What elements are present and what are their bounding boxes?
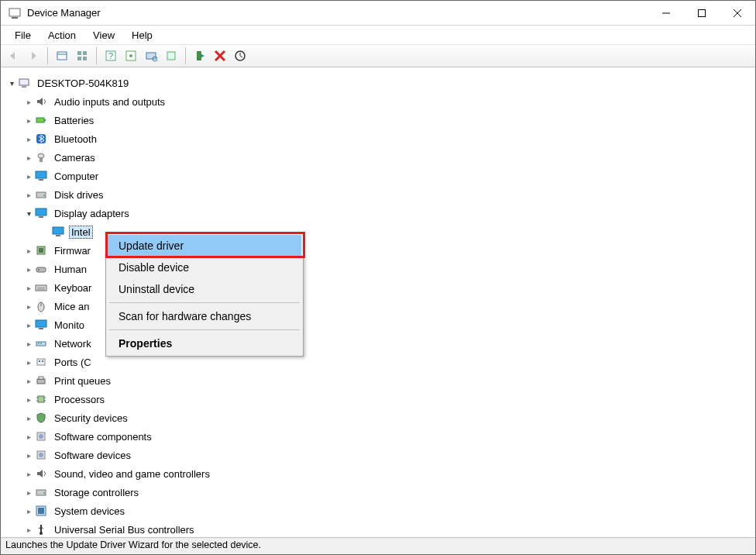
- add-legacy-button[interactable]: [191, 47, 209, 65]
- tree-category-batt[interactable]: Batteries: [2, 111, 754, 129]
- context-menu-disable[interactable]: Disable device: [108, 257, 301, 278]
- expand-caret[interactable]: [23, 433, 34, 441]
- tree-label: Display adapters: [53, 208, 131, 219]
- tree-category-sec[interactable]: Security devices: [2, 408, 754, 427]
- svg-rect-69: [38, 508, 44, 514]
- context-menu-props[interactable]: Properties: [108, 333, 301, 354]
- tree-category-audio[interactable]: Audio inputs and outputs: [2, 92, 754, 111]
- svg-rect-52: [37, 359, 45, 365]
- expand-caret[interactable]: [23, 265, 34, 274]
- tree-label: Human: [53, 264, 88, 275]
- bluetooth-icon: [34, 132, 48, 146]
- menu-view[interactable]: View: [85, 28, 122, 43]
- system-icon: [34, 504, 48, 518]
- properties-button[interactable]: [122, 47, 140, 65]
- expand-caret[interactable]: [23, 451, 34, 460]
- statusbar: Launches the Update Driver Wizard for th…: [1, 537, 755, 554]
- context-menu-scan[interactable]: Scan for hardware changes: [108, 305, 301, 327]
- tree-category-stor[interactable]: Storage controllers: [2, 483, 754, 502]
- disable-button[interactable]: [231, 47, 249, 65]
- svg-rect-9: [83, 51, 87, 55]
- tree-label: System devices: [53, 505, 126, 517]
- help-button[interactable]: ?: [101, 47, 120, 65]
- tree-label: Ports (C: [53, 357, 93, 368]
- expand-caret[interactable]: [23, 526, 34, 534]
- expand-caret[interactable]: [23, 98, 34, 106]
- tree-category-bt[interactable]: Bluetooth: [2, 129, 754, 148]
- tree-category-sound[interactable]: Sound, video and game controllers: [2, 464, 754, 483]
- svg-rect-56: [39, 377, 43, 379]
- expand-caret[interactable]: [23, 191, 34, 199]
- svg-rect-30: [36, 171, 46, 178]
- cpu-icon: [34, 392, 48, 406]
- expand-caret[interactable]: [23, 153, 34, 162]
- svg-rect-24: [22, 86, 26, 88]
- svg-rect-25: [36, 118, 44, 122]
- show-hidden-button[interactable]: [53, 47, 71, 65]
- expand-caret[interactable]: [23, 470, 34, 478]
- mouse-icon: [34, 299, 48, 313]
- camera-icon: [34, 150, 48, 164]
- svg-rect-47: [36, 320, 46, 327]
- tree-category-cpu[interactable]: Processors: [2, 390, 754, 408]
- forward-button[interactable]: [24, 47, 43, 65]
- svg-rect-3: [699, 9, 706, 16]
- expand-caret[interactable]: [23, 340, 34, 348]
- svg-point-50: [38, 343, 40, 344]
- app-icon: [9, 7, 21, 19]
- tree-category-disp[interactable]: Display adapters: [2, 204, 754, 222]
- speaker-icon: [34, 467, 48, 481]
- svg-rect-19: [197, 51, 201, 60]
- expand-caret[interactable]: [23, 116, 34, 125]
- tree-category-swc[interactable]: Software components: [2, 427, 754, 446]
- expand-caret[interactable]: [23, 414, 34, 422]
- tree-category-printq[interactable]: Print queues: [2, 371, 754, 390]
- tree-label: Software devices: [53, 450, 132, 461]
- tree-category-disk[interactable]: Disk drives: [2, 185, 754, 204]
- expand-caret[interactable]: [23, 135, 34, 143]
- tree-label: Mice an: [53, 301, 91, 312]
- expand-caret[interactable]: [23, 395, 34, 404]
- menu-action[interactable]: Action: [40, 28, 84, 43]
- expand-caret[interactable]: [23, 358, 34, 367]
- component-icon: [34, 448, 48, 462]
- expand-caret[interactable]: [23, 507, 34, 515]
- expand-caret[interactable]: [23, 488, 34, 497]
- tree-label: Bluetooth: [53, 133, 98, 145]
- back-button[interactable]: [4, 47, 22, 65]
- menu-help[interactable]: Help: [124, 28, 160, 43]
- minimize-button[interactable]: [648, 1, 684, 25]
- hid-icon: [34, 262, 48, 276]
- expand-caret[interactable]: [23, 302, 34, 311]
- menu-file[interactable]: File: [7, 28, 39, 43]
- svg-point-41: [38, 269, 40, 271]
- uninstall-button[interactable]: [211, 47, 229, 65]
- tree-label: Computer: [53, 171, 100, 182]
- expand-caret[interactable]: [23, 209, 34, 218]
- expand-caret[interactable]: [23, 321, 34, 329]
- tree-category-swd[interactable]: Software devices: [2, 446, 754, 464]
- svg-rect-35: [39, 216, 43, 218]
- view-button[interactable]: [73, 47, 91, 65]
- tree-category-usb[interactable]: Universal Serial Bus controllers: [2, 520, 754, 536]
- update-driver-button[interactable]: [162, 47, 180, 65]
- context-menu-uninstall[interactable]: Uninstall device: [108, 278, 301, 300]
- context-menu-separator: [109, 329, 300, 330]
- expand-caret[interactable]: [23, 377, 34, 385]
- svg-rect-34: [36, 209, 46, 215]
- tree-category-sys[interactable]: System devices: [2, 502, 754, 520]
- scan-button[interactable]: [142, 47, 160, 65]
- tree-label: Batteries: [53, 115, 95, 126]
- expand-caret[interactable]: [6, 79, 17, 88]
- expand-caret[interactable]: [23, 172, 34, 181]
- tree-category-comp[interactable]: Computer: [2, 167, 754, 185]
- close-button[interactable]: [720, 1, 755, 25]
- tree-label: Processors: [53, 394, 106, 405]
- maximize-button[interactable]: [684, 1, 720, 25]
- expand-caret[interactable]: [23, 246, 34, 255]
- toolbar-separator: [96, 47, 97, 64]
- tree-category-cam[interactable]: Cameras: [2, 148, 754, 167]
- context-menu-update[interactable]: Update driver: [108, 235, 301, 257]
- tree-root[interactable]: DESKTOP-504K819: [2, 74, 754, 92]
- expand-caret[interactable]: [23, 284, 34, 292]
